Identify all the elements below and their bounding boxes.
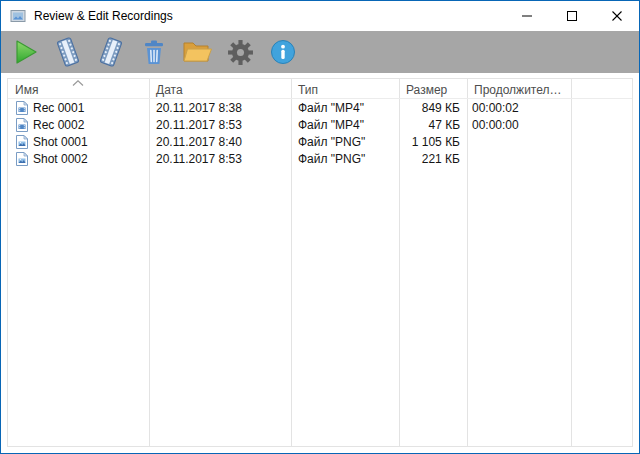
filmstrip-left-icon (53, 37, 83, 67)
file-size: 221 КБ (399, 152, 467, 166)
file-duration: 00:00:00 (467, 118, 571, 132)
column-separator (291, 79, 292, 446)
folder-icon (182, 39, 212, 65)
close-icon (612, 11, 622, 21)
file-date: 20.11.2017 8:53 (149, 118, 291, 132)
file-type: Файл "PNG" (291, 135, 399, 149)
image-file-icon (16, 152, 28, 166)
file-size: 47 КБ (399, 118, 467, 132)
file-name: Shot 0001 (33, 135, 88, 149)
file-date: 20.11.2017 8:53 (149, 152, 291, 166)
gear-icon (227, 39, 254, 66)
play-icon (10, 37, 40, 67)
column-separator (399, 79, 400, 446)
file-size: 1 105 КБ (399, 135, 467, 149)
column-header-date[interactable]: Дата (149, 79, 291, 98)
file-list: Имя Дата Тип Размер Продолжительно... (7, 78, 633, 447)
edit-recording-button[interactable] (52, 36, 84, 68)
table-row[interactable]: Shot 0001 20.11.2017 8:40 Файл "PNG" 1 1… (8, 133, 632, 150)
file-type: Файл "PNG" (291, 152, 399, 166)
file-type: Файл "MP4" (291, 101, 399, 115)
file-type: Файл "MP4" (291, 118, 399, 132)
file-name: Shot 0002 (33, 152, 88, 166)
table-row[interactable]: Rec 0002 20.11.2017 8:53 Файл "MP4" 47 К… (8, 116, 632, 133)
filmstrip-right-icon (96, 37, 126, 67)
column-header-duration[interactable]: Продолжительно... (467, 79, 571, 98)
column-separator (467, 79, 468, 446)
info-icon (269, 38, 297, 66)
minimize-icon (522, 11, 532, 21)
column-separator (571, 79, 572, 446)
window-title: Review & Edit Recordings (34, 9, 504, 23)
app-window: Review & Edit Recordings (0, 0, 640, 454)
settings-button[interactable] (224, 36, 256, 68)
video-file-icon (16, 101, 28, 115)
maximize-icon (567, 11, 577, 21)
toolbar (1, 31, 639, 73)
window-controls (504, 1, 639, 31)
file-name: Rec 0001 (33, 101, 84, 115)
column-header-filler (571, 79, 632, 98)
titlebar: Review & Edit Recordings (1, 1, 639, 31)
trash-icon (141, 38, 167, 66)
open-folder-button[interactable] (181, 36, 213, 68)
table-header: Имя Дата Тип Размер Продолжительно... (8, 79, 632, 99)
video-editor-button[interactable] (95, 36, 127, 68)
video-file-icon (16, 118, 28, 132)
play-button[interactable] (9, 36, 41, 68)
sort-ascending-icon (72, 80, 84, 86)
file-date: 20.11.2017 8:38 (149, 101, 291, 115)
file-date: 20.11.2017 8:40 (149, 135, 291, 149)
maximize-button[interactable] (549, 1, 594, 31)
table-body: Rec 0001 20.11.2017 8:38 Файл "MP4" 849 … (8, 99, 632, 167)
file-duration: 00:00:02 (467, 101, 571, 115)
table-row[interactable]: Rec 0001 20.11.2017 8:38 Файл "MP4" 849 … (8, 99, 632, 116)
table-row[interactable]: Shot 0002 20.11.2017 8:53 Файл "PNG" 221… (8, 150, 632, 167)
about-button[interactable] (267, 36, 299, 68)
file-name: Rec 0002 (33, 118, 84, 132)
file-size: 849 КБ (399, 101, 467, 115)
delete-button[interactable] (138, 36, 170, 68)
column-header-type[interactable]: Тип (291, 79, 399, 98)
minimize-button[interactable] (504, 1, 549, 31)
close-button[interactable] (594, 1, 639, 31)
image-file-icon (16, 135, 28, 149)
app-icon (10, 8, 26, 24)
column-separator (149, 79, 150, 446)
column-header-size[interactable]: Размер (399, 79, 467, 98)
